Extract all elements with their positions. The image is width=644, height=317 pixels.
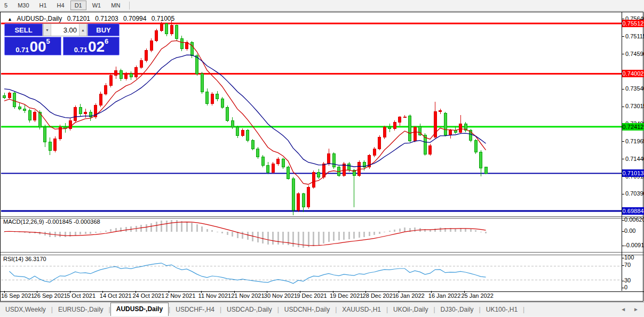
date-tick-label: 6 Jan 2022 — [395, 292, 424, 299]
volume-increase-icon[interactable]: ▲ — [79, 24, 87, 36]
chart-tab-usdchf-h4[interactable]: USDCHF-,H4 — [170, 304, 220, 316]
open-value: 0.71201 — [67, 15, 90, 22]
sell-price-display[interactable]: 0.71 00 5 — [4, 37, 61, 55]
date-tick-label: 26 Sep 2021 — [34, 292, 67, 299]
low-value: 0.70994 — [123, 15, 146, 22]
price-tick-label: 0.71440 — [625, 156, 644, 162]
chart-tab-usdx-weekly[interactable]: USDX,Weekly — [0, 304, 51, 316]
sell-price-base: 0.71 — [15, 46, 29, 54]
date-tick-label: 5 Oct 2021 — [67, 292, 96, 299]
buy-price-big: 02 — [88, 40, 105, 54]
chart-tab-audusd-daily[interactable]: AUDUSD-,Daily — [110, 303, 169, 316]
date-tick-label: 14 Oct 2021 — [100, 292, 132, 299]
symbol-period-label: AUDUSD-,Daily — [17, 15, 62, 22]
pane-splitter-macd-top[interactable] — [1, 216, 644, 217]
chart-tab-bar: USDX,Weekly|EURUSD-,Daily|AUDUSD-,Daily|… — [0, 302, 644, 316]
rsi-tick-label: 100 — [624, 254, 634, 261]
price-axis-line — [622, 12, 622, 291]
macd-tick-label: 0.00 — [624, 227, 635, 234]
collapse-triangle-icon[interactable]: ▲ — [7, 17, 12, 22]
volume-input[interactable]: 3.00 — [51, 24, 79, 36]
date-tick-label: 19 Dec 2021 — [330, 292, 363, 299]
date-tick-label: 25 Jan 2022 — [461, 292, 494, 299]
volume-spinner: ▼ 3.00 ▲ — [43, 23, 88, 36]
price-tick-label: 0.71965 — [625, 138, 644, 144]
date-tick-label: 28 Dec 2021 — [363, 292, 396, 299]
timeframe-toolbar: 5M30H1H4D1W1MN — [0, 0, 644, 11]
rsi-tick-label: 0 — [624, 284, 627, 290]
price-line-badge: 0.71013 — [622, 169, 644, 177]
date-tick-label: 16 Sep 2021 — [1, 292, 34, 299]
close-value: 0.71005 — [152, 15, 174, 22]
price-tick-label: 0.75115 — [625, 33, 644, 39]
pane-splitter-rsi-top[interactable] — [1, 252, 644, 253]
timeframe-button-d1[interactable]: D1 — [70, 1, 86, 10]
price-line-badge: 0.72412 — [622, 123, 644, 131]
price-tick-label: 0.74590 — [625, 51, 644, 57]
date-tick-label: 30 Nov 2021 — [264, 292, 297, 299]
toolbar-separator — [129, 2, 130, 10]
rsi-label: RSI(14) 36.3170 — [3, 256, 46, 262]
rsi-tick-label: 70 — [624, 262, 631, 268]
volume-decrease-icon[interactable]: ▼ — [43, 24, 51, 36]
chart-tab-usdcnh-daily[interactable]: USDCNH-,Daily — [279, 304, 335, 316]
tab-scroll-left-icon[interactable]: ◄ — [621, 306, 626, 312]
buy-price-base: 0.71 — [74, 46, 88, 54]
chart-tab-xauusd-h1[interactable]: XAUUSD-,H1 — [337, 304, 386, 316]
price-line-badge: 0.75512 — [622, 20, 644, 27]
high-value: 0.71203 — [95, 15, 118, 22]
buy-button[interactable]: BUY — [88, 23, 120, 36]
date-tick-label: 21 Nov 2021 — [231, 292, 264, 299]
buy-price-sup: 6 — [105, 37, 108, 45]
price-line-badge: 0.74002 — [622, 70, 644, 77]
chart-tab-usdcad-daily[interactable]: USDCAD-,Daily — [221, 304, 277, 316]
chart-tab-eurusd-daily[interactable]: EURUSD-,Daily — [53, 304, 109, 316]
timeframe-button-h1[interactable]: H1 — [35, 1, 51, 10]
pane-splitter-rsi-bottom[interactable] — [1, 255, 644, 255]
price-line-badge: 0.69884 — [622, 207, 644, 215]
rsi-tick-label: 30 — [624, 277, 631, 283]
date-tick-label: 9 Dec 2021 — [297, 292, 327, 299]
chart-tab-dj30-daily[interactable]: DJ30-,Daily — [435, 304, 479, 316]
mt4-window: 5M30H1H4D1W1MN ▲ AUDUSD-,Daily 0.71201 0… — [0, 0, 644, 317]
timeframe-button-m30[interactable]: M30 — [13, 1, 33, 10]
macd-tick-label: 0.006201 — [624, 216, 644, 223]
macd-label: MACD(12,26,9) -0.001845 -0.000368 — [3, 218, 100, 225]
date-tick-label: 16 Jan 2022 — [428, 292, 461, 299]
timeframe-button-h4[interactable]: H4 — [53, 1, 69, 10]
date-tick-label: 11 Nov 2021 — [198, 292, 232, 299]
buy-price-display[interactable]: 0.71 02 6 — [63, 37, 120, 55]
date-tick-label: 2 Nov 2021 — [165, 292, 195, 299]
sell-price-sup: 5 — [46, 37, 50, 45]
macd-tick-label: -0.009197 — [624, 242, 644, 248]
chart-tab-uk100-h1[interactable]: UK100-,H1 — [481, 304, 523, 316]
one-click-trade-panel: SELL ▼ 3.00 ▲ BUY 0.71 00 5 0.71 02 6 — [4, 23, 120, 55]
price-tick-label: 0.73015 — [625, 103, 644, 109]
tab-separator: | — [523, 306, 524, 316]
chart-tab-ukoil-daily[interactable]: UKOil-,Daily — [388, 304, 433, 316]
timeframe-button-mn[interactable]: MN — [107, 1, 124, 10]
price-tick-label: 0.70390 — [625, 190, 644, 197]
date-tick-label: 24 Oct 2021 — [132, 292, 164, 299]
timeframe-button-5[interactable]: 5 — [0, 1, 12, 10]
timeframe-button-w1[interactable]: W1 — [88, 1, 106, 10]
date-axis-line — [1, 291, 644, 292]
chart-ohlc-header: ▲ AUDUSD-,Daily 0.71201 0.71203 0.70994 … — [7, 15, 178, 22]
sell-button[interactable]: SELL — [4, 23, 43, 36]
price-tick-label: 0.73540 — [625, 85, 644, 92]
tab-scroll-right-icon[interactable]: ► — [633, 306, 639, 312]
sell-price-big: 00 — [29, 40, 46, 54]
